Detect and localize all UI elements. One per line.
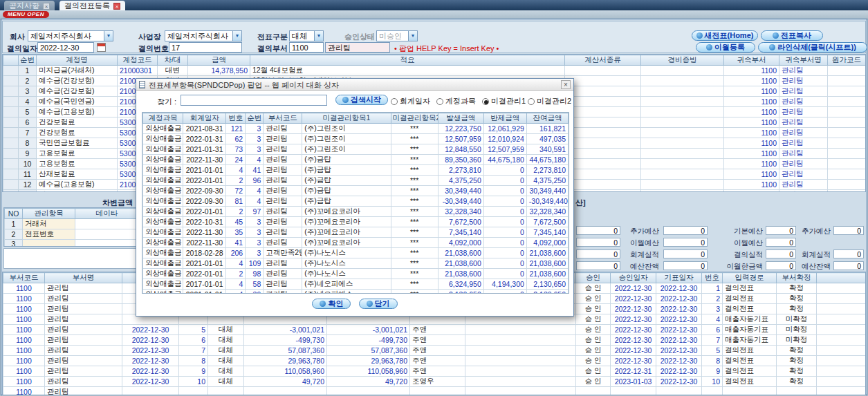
- cell[interactable]: [656, 387, 702, 396]
- cell[interactable]: 1100: [724, 86, 779, 97]
- carry-over-button[interactable]: 이월등록: [696, 42, 755, 53]
- cell[interactable]: 4,092,000: [438, 238, 483, 248]
- cell[interactable]: 2022-12-30: [656, 314, 702, 325]
- cell[interactable]: 49,720: [244, 377, 327, 387]
- cell[interactable]: (주)꼬메요코리아: [302, 217, 391, 227]
- cell[interactable]: 관리팀: [45, 294, 122, 304]
- cell[interactable]: 4,375,250: [438, 176, 483, 186]
- cell[interactable]: 2021-01-01: [183, 290, 226, 294]
- cell[interactable]: 결의전표: [723, 356, 777, 366]
- cell[interactable]: 대체: [208, 356, 244, 366]
- cell[interactable]: 2,130,650: [526, 290, 568, 294]
- cell[interactable]: 주앤: [410, 346, 465, 356]
- cell[interactable]: (주)그린조이: [302, 144, 391, 155]
- cell[interactable]: 관리팀: [779, 86, 828, 97]
- cell[interactable]: 6: [179, 335, 208, 346]
- cell[interactable]: 2: [226, 207, 246, 217]
- cell[interactable]: -499,730: [244, 335, 327, 346]
- cell[interactable]: 관리팀: [779, 180, 828, 190]
- cell[interactable]: 2022-12-30: [656, 304, 702, 314]
- cell[interactable]: 2,130,650: [526, 279, 568, 290]
- cell[interactable]: 승 인: [576, 335, 611, 346]
- popup-radio-1[interactable]: 계정과목: [436, 96, 476, 106]
- cell[interactable]: 4: [226, 258, 246, 269]
- cell[interactable]: 관리팀: [264, 155, 302, 165]
- popup-radio-0[interactable]: 회계일자: [391, 96, 430, 106]
- cell[interactable]: 81: [226, 196, 246, 207]
- cell[interactable]: [828, 180, 866, 190]
- cell[interactable]: [641, 117, 724, 128]
- cell[interactable]: 대변: [158, 66, 188, 76]
- cell[interactable]: 39: [246, 290, 264, 294]
- cell[interactable]: ***: [391, 196, 438, 207]
- cell[interactable]: 32,328,340: [438, 207, 483, 217]
- cell[interactable]: 0: [483, 258, 526, 269]
- cell[interactable]: 14,378,950: [188, 66, 250, 76]
- cell[interactable]: [465, 346, 576, 356]
- cell[interactable]: (주)네오피에스: [302, 279, 391, 290]
- cell[interactable]: 0: [483, 290, 526, 294]
- cell[interactable]: 10: [19, 159, 37, 169]
- cell[interactable]: 110,058,960: [244, 366, 327, 377]
- cell[interactable]: [465, 387, 576, 396]
- cell[interactable]: (주)네오피에스: [302, 290, 391, 294]
- cell[interactable]: [817, 283, 867, 294]
- cell[interactable]: 72: [226, 186, 246, 196]
- cell[interactable]: 97: [246, 207, 264, 217]
- cell[interactable]: [3, 180, 19, 190]
- cell[interactable]: 고용보험료: [37, 149, 118, 159]
- cell[interactable]: 대체: [208, 366, 244, 377]
- cell[interactable]: 1100: [724, 159, 779, 169]
- chevron-down-icon[interactable]: ▼: [232, 31, 241, 41]
- cell[interactable]: [3, 66, 19, 76]
- cell[interactable]: 3: [246, 248, 264, 258]
- cell[interactable]: 8: [179, 356, 208, 366]
- cell[interactable]: 2022-11-30: [183, 227, 226, 238]
- tab-notice[interactable]: 공지사항×: [4, 1, 55, 10]
- cell[interactable]: (주)금탑: [302, 155, 391, 165]
- cell[interactable]: 109: [246, 258, 264, 269]
- cell[interactable]: 2021-01-01: [183, 165, 226, 176]
- cell[interactable]: 관리팀: [779, 128, 828, 138]
- cell[interactable]: 2022-01-01: [183, 176, 226, 186]
- cell[interactable]: 2022-12-30: [122, 356, 179, 366]
- cell[interactable]: [641, 107, 724, 117]
- cell[interactable]: [3, 159, 19, 169]
- cell[interactable]: 2022-12-30: [122, 366, 179, 377]
- cell[interactable]: 관리팀: [264, 258, 302, 269]
- cell[interactable]: 5: [702, 346, 723, 356]
- cell[interactable]: [565, 86, 641, 97]
- cell[interactable]: 외상매출금: [143, 186, 183, 196]
- delete-line-button[interactable]: 라인삭제(클릭(시프트)): [758, 42, 867, 53]
- cell[interactable]: ***: [391, 227, 438, 238]
- cell[interactable]: 관리팀: [264, 176, 302, 186]
- cell[interactable]: 2022-12-30: [656, 335, 702, 346]
- cell[interactable]: 관리팀: [779, 107, 828, 117]
- cell[interactable]: ***: [391, 217, 438, 227]
- cell[interactable]: 주앤: [410, 366, 465, 377]
- cell[interactable]: 관리팀: [264, 186, 302, 196]
- tab-voucher-register[interactable]: 결의전표등록×: [59, 1, 125, 10]
- cell[interactable]: 45: [226, 217, 246, 227]
- cell[interactable]: 1100: [3, 294, 45, 304]
- cell[interactable]: 12,223,750: [438, 124, 483, 134]
- cell[interactable]: 7: [179, 346, 208, 356]
- cell[interactable]: [641, 76, 724, 86]
- cell[interactable]: 예수금(건강보험): [37, 86, 118, 97]
- cell[interactable]: 161,821: [526, 124, 568, 134]
- cell[interactable]: 미확정: [777, 314, 817, 325]
- cell[interactable]: 1100: [724, 180, 779, 190]
- cell[interactable]: [244, 387, 327, 396]
- cell[interactable]: 206: [226, 248, 246, 258]
- cell[interactable]: 국민연금보험료: [37, 138, 118, 149]
- cell[interactable]: 497,035: [526, 134, 568, 144]
- cell[interactable]: 5: [19, 107, 37, 117]
- cell[interactable]: 41: [226, 238, 246, 248]
- cell[interactable]: 관리팀: [45, 366, 122, 377]
- cell[interactable]: 12,507,959: [438, 134, 483, 144]
- cell[interactable]: 승 인: [576, 356, 611, 366]
- cell[interactable]: 관리팀: [45, 325, 122, 335]
- cell[interactable]: 89,350,360: [438, 155, 483, 165]
- cell[interactable]: 21000301: [118, 66, 158, 76]
- cell[interactable]: 41: [246, 165, 264, 176]
